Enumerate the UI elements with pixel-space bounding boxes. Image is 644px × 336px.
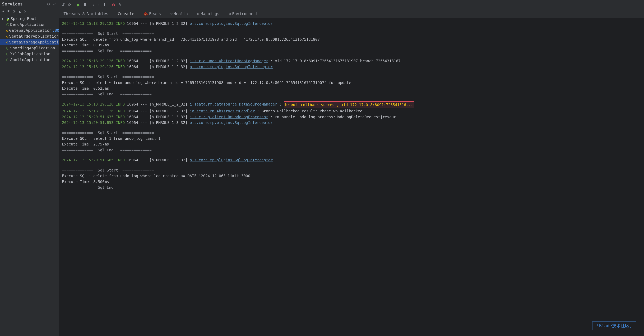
scroll-down-button[interactable]: ↓: [92, 2, 96, 7]
sharding-label: ShardingApplication: [10, 46, 55, 50]
console-toolbar: ↺ ⟳ ▶ ⏸ ↓ ↑ ⬆ ⊘ ✎ ⋯: [59, 0, 644, 9]
sql-line-3: Execute SQL : select 1 from undo_log lim…: [62, 136, 641, 141]
tree-arrow: ▼: [2, 17, 5, 20]
toolbar-sep-2: [90, 2, 90, 7]
log-line-rollback-success: 2024-12-13 15:18:29.126 INFO 16964 --- […: [62, 101, 641, 108]
tree-item-apollo[interactable]: ⬡ ApolloApplication: [0, 57, 58, 63]
beans-icon: 🫘: [144, 12, 148, 16]
more-button[interactable]: ⋯: [124, 2, 130, 8]
tree-item-gateway[interactable]: ✿ GatewayApplication :80/: [0, 27, 58, 33]
blank-line-6: [62, 153, 641, 157]
tree-item-sharding[interactable]: ⬡ ShardingApplication: [0, 45, 58, 51]
gateway-port: :80/: [52, 28, 58, 32]
sidebar-actions: + 👁 ⟳ ▲ ✕: [0, 8, 58, 15]
scroll-up-button[interactable]: ↑: [96, 2, 101, 7]
gateway-label: GatewayApplication: [9, 28, 52, 33]
sharding-icon: ⬡: [6, 46, 10, 50]
close-button[interactable]: ✕: [23, 9, 28, 14]
spring-boot-icon: 🍃: [6, 17, 10, 21]
add-service-button[interactable]: +: [2, 9, 5, 14]
xxljob-icon: ⬡: [6, 52, 10, 56]
collapse-all-button[interactable]: ▲: [17, 9, 22, 14]
settings-button[interactable]: ⚙: [46, 1, 51, 7]
timing-4: Execute Time: 8.506ms: [62, 179, 641, 185]
sidebar-title: Services: [2, 1, 23, 6]
tab-mappings[interactable]: ⊞ Mappings: [192, 9, 224, 18]
toolbar-sep-3: [109, 2, 109, 7]
restart-reload-button[interactable]: ⟳: [67, 2, 72, 8]
tab-beans[interactable]: 🫘 Beans: [139, 9, 166, 18]
blank-line-3: [62, 70, 641, 74]
tree-root-label: Spring Boot: [10, 16, 36, 21]
seatastorage-icon: ✿: [6, 40, 8, 44]
toggle-view-button[interactable]: 👁: [6, 9, 11, 14]
edit-button[interactable]: ✎: [117, 2, 123, 8]
sql-sep-4: ============== Sql Start ==============: [62, 167, 641, 173]
timing-2: Execute Time: 0.525ms: [62, 86, 641, 91]
xxljob-label: XxlJobApplication: [10, 51, 50, 56]
tab-environment-label: Environment: [232, 11, 258, 16]
stop-button[interactable]: ⊘: [111, 2, 116, 8]
sidebar-toolbar: ⚙ ⤢: [46, 1, 57, 7]
rollback-success-highlight: branch rollback success, xid:172.17.0.8:…: [284, 101, 414, 108]
tabs-bar: Threads & Variables Console 🫘 Beans ♡ He…: [59, 9, 644, 18]
console-wrapper: 2024-12-13 15:18:29.123 INFO 16964 --- […: [59, 18, 644, 336]
sql-end-2: ============== Sql End ==============: [62, 91, 641, 97]
sql-end-4: ============== Sql End ==============: [62, 185, 641, 190]
timing-1: Execute Time: 0.392ms: [62, 42, 641, 48]
tree-item-xxljob[interactable]: ⬡ XxlJobApplication: [0, 51, 58, 57]
demo-label: DemoApplication: [10, 22, 46, 27]
refresh-button[interactable]: ⟳: [12, 9, 16, 14]
apollo-icon: ⬡: [6, 58, 10, 62]
blank-line-4: [62, 97, 641, 101]
sql-end-1: ============== Sql End ==============: [62, 48, 641, 54]
clear-button[interactable]: ⬆: [102, 2, 108, 8]
seatastorage-label: SeataStorageApplication: [9, 40, 58, 44]
sidebar-tree: ▼ 🍃 Spring Boot ⬡ DemoApplication ✿ Gate…: [0, 15, 58, 336]
console-output[interactable]: 2024-12-13 15:18:29.123 INFO 16964 --- […: [59, 18, 644, 336]
log-line-1: 2024-12-13 15:18:29.123 INFO 16964 --- […: [62, 21, 641, 26]
sql-sep-2: ============== Sql Start ==============: [62, 74, 641, 80]
environment-icon: ⊙: [229, 12, 231, 16]
seataorder-icon: ✿: [6, 34, 8, 38]
log-line-sqlinterceptor2: 2024-12-13 15:20:51.653 INFO 16964 --- […: [62, 120, 641, 125]
sidebar: Services ⚙ ⤢ + 👁 ⟳ ▲ ✕ ▼ 🍃 Spring Boot: [0, 0, 59, 336]
sql-sep-1: ============== Sql Start ==============: [62, 31, 641, 36]
tab-console-label: Console: [118, 11, 134, 16]
sql-line-2: Execute SQL : select * from undo_log whe…: [62, 80, 641, 86]
watermark: 「Blade技术社区」: [592, 322, 636, 330]
tab-beans-label: Beans: [149, 11, 161, 16]
expand-button[interactable]: ⤢: [52, 1, 57, 7]
log-line-2: 2024-12-13 15:18:29.126 INFO 16964 --- […: [62, 58, 641, 64]
tree-root-springboot[interactable]: ▼ 🍃 Spring Boot: [0, 16, 58, 21]
gateway-icon: ✿: [6, 28, 8, 32]
run-button[interactable]: ▶: [76, 2, 81, 8]
blank-line-5: [62, 126, 641, 130]
tree-item-demo[interactable]: ⬡ DemoApplication: [0, 21, 58, 27]
tab-threads[interactable]: Threads & Variables: [59, 9, 113, 18]
tab-console[interactable]: Console: [113, 9, 139, 18]
blank-line-7: [62, 163, 641, 167]
tab-environment[interactable]: ⊙ Environment: [224, 9, 263, 18]
sql-end-3: ============== Sql End ==============: [62, 147, 641, 153]
health-icon: ♡: [170, 12, 172, 16]
apollo-label: ApolloApplication: [10, 57, 50, 62]
log-line-sqlinterceptor3: 2024-12-13 15:20:51.665 INFO 16964 --- […: [62, 157, 641, 163]
log-line-rollbacked: 2024-12-13 15:18:29.126 INFO 16964 --- […: [62, 108, 641, 114]
tree-item-seatastorage[interactable]: ✿ SeataStorageApplication :8502/: [0, 39, 58, 45]
tab-health-label: Health: [174, 11, 188, 16]
pause-button[interactable]: ⏸: [82, 2, 88, 7]
content-area: ↺ ⟳ ▶ ⏸ ↓ ↑ ⬆ ⊘ ✎ ⋯ Threads & Variables …: [59, 0, 644, 336]
sidebar-header: Services ⚙ ⤢: [0, 0, 58, 8]
seataorder-label: SeataOrderApplication: [9, 34, 58, 38]
tree-item-seataorder[interactable]: ✿ SeataOrderApplication :8501/: [0, 33, 58, 39]
sql-line-1: Execute SQL : delete from undo_log where…: [62, 37, 641, 42]
mappings-icon: ⊞: [197, 12, 199, 16]
restart-button[interactable]: ↺: [60, 2, 66, 8]
toolbar-sep-1: [74, 2, 74, 7]
blank-line-1: [62, 26, 641, 31]
tab-threads-label: Threads & Variables: [64, 11, 108, 16]
demo-icon: ⬡: [6, 22, 10, 27]
tab-health[interactable]: ♡ Health: [166, 9, 192, 18]
main-layout: Services ⚙ ⤢ + 👁 ⟳ ▲ ✕ ▼ 🍃 Spring Boot: [0, 0, 644, 336]
